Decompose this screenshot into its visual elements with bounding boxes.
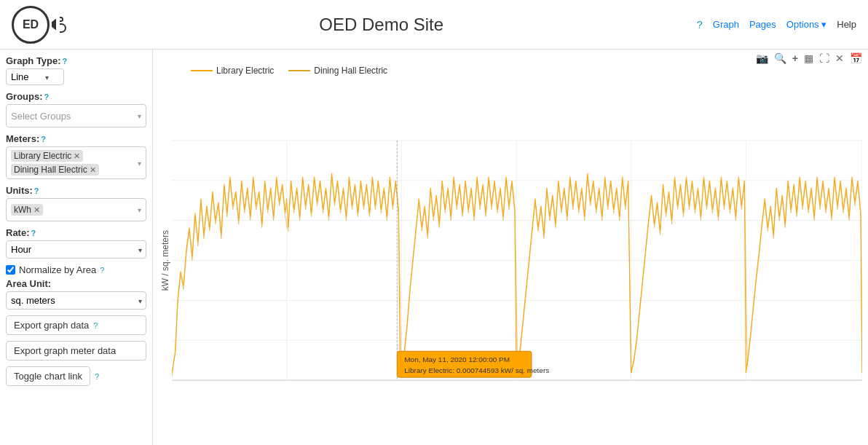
nav-options[interactable]: Options ▾ <box>786 19 826 30</box>
normalize-help-icon[interactable]: ? <box>100 266 104 275</box>
toggle-chart-button[interactable]: Toggle chart link <box>6 366 90 386</box>
meters-arrow-icon: ▾ <box>138 159 141 167</box>
plus-icon[interactable]: + <box>792 52 798 64</box>
legend-library: Library Electric <box>191 66 274 76</box>
normalize-checkbox[interactable] <box>6 265 15 275</box>
sidebar: Graph Type: ? Line ▾ Groups: ? Select Gr… <box>0 50 153 445</box>
area-unit-select[interactable]: sq. meters <box>6 291 146 310</box>
header-nav: ? Graph Pages Options ▾ Help <box>696 18 856 31</box>
groups-label: Groups: ? <box>6 91 146 102</box>
normalize-row: Normalize by Area ? <box>6 264 146 275</box>
y-axis-label: kW / sq. meters <box>159 230 172 291</box>
meter-tag-library: Library Electric ✕ <box>11 150 83 162</box>
page-title: OED Demo Site <box>66 15 696 35</box>
graph-type-section: Graph Type: ? Line ▾ <box>6 55 146 85</box>
graph-type-select-wrapper: Line ▾ <box>6 68 146 85</box>
help-icon[interactable]: ? <box>696 18 702 31</box>
groups-section: Groups: ? Select Groups ▾ <box>6 91 146 127</box>
svg-text:Mon, May 11, 2020 12:00:00 PM: Mon, May 11, 2020 12:00:00 PM <box>404 355 510 363</box>
nav-graph[interactable]: Graph <box>713 19 739 30</box>
rate-label: Rate: ? <box>6 227 146 238</box>
logo-speaker <box>52 17 66 33</box>
meters-select[interactable]: Library Electric ✕ Dining Hall Electric … <box>6 146 146 179</box>
groups-select[interactable]: Select Groups ▾ <box>6 104 146 127</box>
reset-icon[interactable]: ✕ <box>835 52 844 64</box>
logo: ED <box>12 6 66 44</box>
graph-type-help-icon[interactable]: ? <box>63 57 68 66</box>
legend-dining: Dining Hall Electric <box>288 66 387 76</box>
grid-icon[interactable]: ▦ <box>804 52 813 64</box>
units-label: Units: ? <box>6 185 146 196</box>
export-graph-help-icon[interactable]: ? <box>93 321 98 330</box>
area-unit-label: Area Unit: <box>6 278 146 289</box>
main-chart-wrapper: kW / sq. meters <box>159 79 862 442</box>
toggle-chart-help-icon[interactable]: ? <box>95 372 99 381</box>
meters-label: Meters: ? <box>6 133 146 144</box>
graph-type-select[interactable]: Line <box>6 68 64 85</box>
groups-placeholder: Select Groups <box>11 111 71 122</box>
meters-section: Meters: ? Library Electric ✕ Dining Hall… <box>6 133 146 179</box>
groups-arrow-icon: ▾ <box>138 112 141 120</box>
nav-pages[interactable]: Pages <box>749 19 776 30</box>
meter-tag-dining: Dining Hall Electric ✕ <box>11 164 99 176</box>
zoom-icon[interactable]: 🔍 <box>774 52 786 64</box>
area-unit-select-wrapper: sq. meters ▾ <box>6 291 146 310</box>
export-meter-button[interactable]: Export graph meter data <box>6 341 146 361</box>
rate-section: Rate: ? Hour ▾ <box>6 227 146 259</box>
rate-help-icon[interactable]: ? <box>31 229 36 237</box>
chart-area: 📷 🔍 + ▦ ⛶ ✕ 📅 Library Electric Dining Ha… <box>153 50 868 445</box>
rate-select-wrapper: Hour ▾ <box>6 240 146 259</box>
units-section: Units: ? kWh ✕ ▾ <box>6 185 146 221</box>
export-graph-button[interactable]: Export graph data ? <box>6 315 146 335</box>
nav-help[interactable]: Help <box>837 19 856 30</box>
logo-circle: ED <box>12 6 50 44</box>
svg-text:Library Electric: 0.000744593 : Library Electric: 0.000744593 kW/ sq. me… <box>404 366 549 374</box>
camera-icon[interactable]: 📷 <box>756 52 768 64</box>
chart-legend: Library Electric Dining Hall Electric <box>159 66 862 76</box>
unit-tag-kwh: kWh ✕ <box>11 204 43 216</box>
chart-svg-container: 0.25 0.2 0.15 0.1 0.05 0 <box>172 79 862 442</box>
meter-tag-dining-close[interactable]: ✕ <box>90 165 96 175</box>
meter-tag-library-close[interactable]: ✕ <box>74 151 80 161</box>
units-help-icon[interactable]: ? <box>34 186 39 195</box>
chart-toolbar: 📷 🔍 + ▦ ⛶ ✕ 📅 <box>159 52 862 64</box>
meters-help-icon[interactable]: ? <box>41 135 46 143</box>
units-select[interactable]: kWh ✕ ▾ <box>6 198 146 221</box>
calendar-icon[interactable]: 📅 <box>850 52 862 64</box>
normalize-label: Normalize by Area <box>19 264 96 275</box>
units-arrow-icon: ▾ <box>138 206 141 214</box>
graph-type-label: Graph Type: ? <box>6 55 146 66</box>
fullscreen-icon[interactable]: ⛶ <box>819 52 829 64</box>
main-chart-svg: 0.25 0.2 0.15 0.1 0.05 0 <box>172 79 862 442</box>
rate-select[interactable]: Hour <box>6 240 146 259</box>
groups-help-icon[interactable]: ? <box>44 92 50 101</box>
unit-tag-kwh-close[interactable]: ✕ <box>33 205 40 215</box>
header: ED OED Demo Site ? Graph Pages Options ▾… <box>0 0 868 50</box>
toggle-chart-row: Toggle chart link ? <box>6 366 146 386</box>
normalize-section: Normalize by Area ? Area Unit: sq. meter… <box>6 264 146 310</box>
